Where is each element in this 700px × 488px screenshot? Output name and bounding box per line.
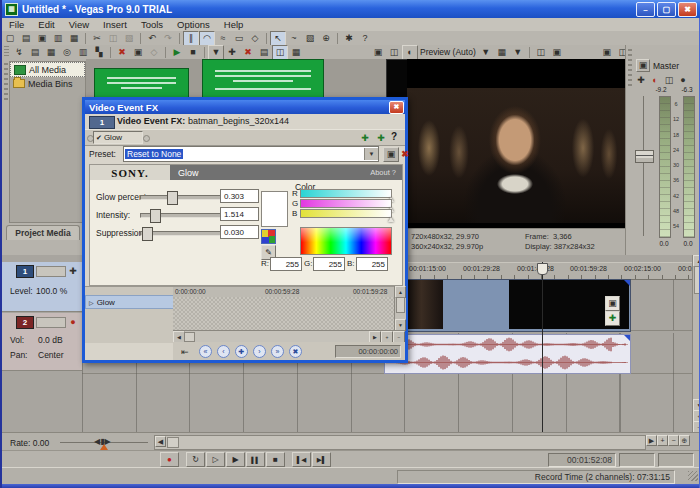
color-spectrum-picker[interactable]	[300, 227, 392, 255]
keyframe-track[interactable]	[173, 297, 394, 330]
empty-lane[interactable]	[82, 373, 692, 432]
preset-combobox[interactable]: Reset to None ▼	[123, 146, 379, 162]
cursor-timecode[interactable]: 00:01:52:08	[548, 453, 616, 467]
preview-quality-icon[interactable]: ◐	[402, 45, 418, 60]
loop-playback-button[interactable]: ↻	[186, 452, 205, 467]
audio-track-number[interactable]: 2	[16, 316, 34, 329]
project-properties-icon[interactable]: ▥	[50, 31, 66, 46]
timeline-hscrollbar[interactable]: ◀	[154, 435, 646, 450]
sync-cursor-icon[interactable]: ⇤	[177, 345, 193, 360]
event-number-chip[interactable]: 1	[89, 116, 115, 129]
b-value-field[interactable]: 255	[356, 257, 388, 271]
render-as-icon[interactable]: ▦	[66, 31, 82, 46]
copy-snapshot-icon[interactable]: ◫	[533, 45, 549, 60]
intensity-value[interactable]: 1.514	[220, 207, 259, 221]
suppression-value[interactable]: 0.030	[220, 225, 259, 239]
keyframe-row-glow[interactable]: ▷ Glow	[85, 295, 175, 309]
minimize-button[interactable]: –	[636, 2, 655, 17]
fader-track[interactable]	[643, 96, 644, 236]
get-media-web-icon[interactable]: ◎	[59, 45, 75, 60]
slider-thumb[interactable]	[167, 191, 178, 205]
envelope-edit-tool-icon[interactable]: ~	[286, 31, 302, 46]
menu-view[interactable]: View	[62, 19, 96, 30]
selection-edit-tool-icon[interactable]: ▧	[302, 31, 318, 46]
tree-item-media-bins[interactable]: Media Bins	[10, 77, 85, 90]
pan-value[interactable]: Center	[38, 350, 64, 360]
overlays-icon[interactable]: ▦	[494, 45, 510, 60]
views-icon[interactable]: ▚	[91, 45, 107, 60]
enable-snapping-icon[interactable]: ∥	[183, 31, 199, 46]
scroll-left-icon[interactable]: ◀	[155, 436, 166, 447]
preview-quality-label[interactable]: Preview (Auto)	[420, 47, 476, 57]
import-media-icon[interactable]: ▤	[27, 45, 43, 60]
play-from-start-button[interactable]: ▷	[206, 452, 225, 467]
event-fx-icon[interactable]: ✚	[605, 311, 620, 326]
slider-thumb[interactable]	[150, 209, 161, 223]
panel-grip[interactable]	[4, 63, 8, 103]
remove-media-icon[interactable]: ✖	[114, 45, 130, 60]
trimmer-stop-icon[interactable]: ■	[185, 45, 201, 60]
mixer-grip[interactable]	[628, 49, 632, 89]
video-track-fader[interactable]	[36, 266, 66, 277]
insert-fx-icon[interactable]: ✚	[634, 73, 648, 88]
menu-insert[interactable]: Insert	[96, 19, 134, 30]
media-fx-icon[interactable]: ▣	[130, 45, 146, 60]
normal-edit-tool-icon[interactable]: ↖	[270, 31, 286, 46]
track-fx-icon[interactable]: ✚	[66, 264, 80, 279]
tree-item-all-media[interactable]: All Media	[10, 62, 85, 77]
go-to-end-button[interactable]: ▶▌	[312, 452, 331, 467]
auto-crossfades-icon[interactable]: ◠	[199, 31, 215, 46]
slider-thumb[interactable]	[142, 227, 153, 241]
kf-vscroll-thumb[interactable]	[396, 297, 405, 313]
audio-track-fader[interactable]	[36, 317, 66, 328]
pan-crop-icon[interactable]: ▣	[605, 296, 620, 311]
keyframe-vscrollbar[interactable]: ▲ ▼	[394, 286, 406, 330]
level-value[interactable]: 100.0 %	[36, 286, 67, 296]
prev-keyframe-icon[interactable]: ‹	[217, 345, 230, 358]
scroll-right-icon[interactable]: ▶	[646, 435, 657, 446]
cut-icon[interactable]: ✂	[89, 31, 105, 46]
video-track-number[interactable]: 1	[16, 265, 34, 278]
plugin-chain-icon[interactable]: ✚	[373, 131, 389, 146]
copy-icon[interactable]: ◫	[105, 31, 121, 46]
zoom-tool-icon[interactable]: ⊕	[679, 435, 690, 446]
resize-grip[interactable]	[688, 471, 698, 481]
open-project-icon[interactable]: ▤	[18, 31, 34, 46]
audio-track-header[interactable]: 2 ● Vol: 0.0 dB Pan: Center	[2, 313, 83, 371]
media-select-icon[interactable]: ◇	[146, 45, 162, 60]
auto-preview-icon[interactable]: ↯	[11, 45, 27, 60]
insert-keyframe-icon[interactable]: ✚	[235, 345, 248, 358]
menu-edit[interactable]: Edit	[31, 19, 61, 30]
new-project-icon[interactable]: ▢	[2, 31, 18, 46]
last-keyframe-icon[interactable]: »	[271, 345, 284, 358]
mixer-properties-icon[interactable]: ▣	[599, 45, 615, 60]
expand-icon[interactable]: ▷	[89, 299, 94, 306]
zoom-in-time-icon[interactable]: +	[657, 435, 668, 446]
undo-icon[interactable]: ↶	[144, 31, 160, 46]
g-channel-bar[interactable]	[300, 199, 392, 208]
go-to-start-button[interactable]: ▌◀	[292, 452, 311, 467]
lock-envelopes-icon[interactable]: ▭	[231, 31, 247, 46]
save-project-icon[interactable]: ▣	[34, 31, 50, 46]
master-fader-handle[interactable]	[635, 150, 654, 163]
stop-button[interactable]: ■	[266, 452, 285, 467]
tab-project-media[interactable]: Project Media	[6, 225, 80, 240]
show-video-icon[interactable]: ◫	[272, 45, 288, 60]
close-button[interactable]: ✖	[678, 2, 697, 17]
arm-record-icon[interactable]: ●	[66, 315, 80, 330]
zoom-edit-tool-icon[interactable]: ⊕	[318, 31, 334, 46]
split-screen-view-icon[interactable]: ◫	[386, 45, 402, 60]
audio-event[interactable]	[384, 334, 631, 374]
show-audio-icon[interactable]: ▦	[288, 45, 304, 60]
pause-button[interactable]: ▌▌	[246, 452, 265, 467]
zoom-out-time-icon[interactable]: −	[668, 435, 679, 446]
menu-tools[interactable]: Tools	[134, 19, 170, 30]
menu-help[interactable]: Help	[217, 19, 251, 30]
kf-hscroll-thumb[interactable]	[184, 332, 195, 342]
play-button[interactable]: ▶	[226, 452, 245, 467]
record-button[interactable]: ●	[160, 452, 179, 467]
menu-options[interactable]: Options	[170, 19, 217, 30]
glow-plugin-toggle[interactable]: ✔ Glow	[93, 131, 143, 144]
delete-preset-icon[interactable]: ✖	[397, 147, 413, 162]
keyframe-timecode[interactable]: 00:00:00:00	[335, 345, 401, 358]
